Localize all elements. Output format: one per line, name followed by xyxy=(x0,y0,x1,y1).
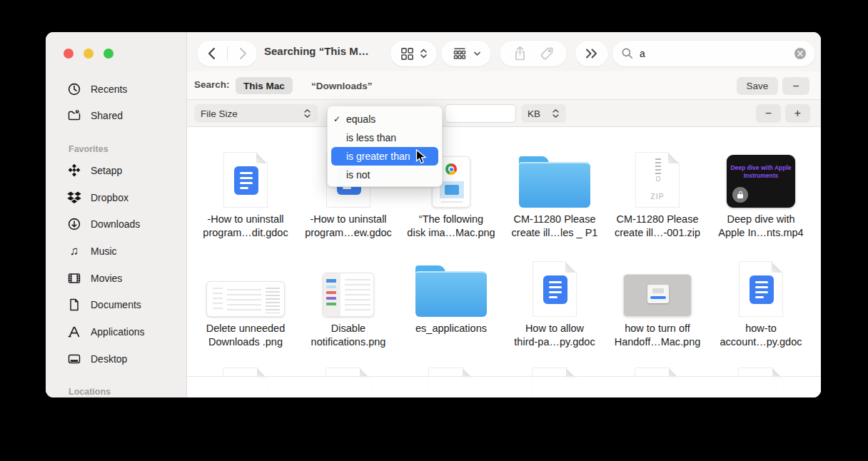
sidebar-item-shared[interactable]: Shared xyxy=(67,107,123,124)
clock-icon xyxy=(67,82,81,96)
zoom-button[interactable] xyxy=(104,49,113,59)
sidebar-item-applications[interactable]: Applications xyxy=(67,323,145,340)
sidebar-item-label: Shared xyxy=(91,110,123,121)
file-name: CM-11280 Please create ill…-001.zip xyxy=(607,213,707,240)
toolbar: Searching “This M… a xyxy=(187,32,821,71)
filter-value-input[interactable] xyxy=(445,104,516,123)
action-button-group xyxy=(500,41,567,66)
tag-icon[interactable] xyxy=(539,46,555,61)
setapp-icon xyxy=(67,163,81,178)
group-view-icon xyxy=(452,47,468,61)
file-name: Deep dive with Apple In…nts.mp4 xyxy=(711,213,811,240)
file-grid: -How to uninstall program…dit.gdoc -How … xyxy=(187,127,821,397)
sidebar-item-dropbox[interactable]: Dropbox xyxy=(67,189,128,206)
file-item[interactable]: CM-11280 Please create ill…les _ P1 xyxy=(505,146,605,240)
search-scope-bar: Search: This Mac “Downloads” Save − xyxy=(187,71,821,100)
more-toolbar-items-button[interactable] xyxy=(575,41,608,66)
menu-item-equals[interactable]: ✓ equals xyxy=(328,110,442,128)
nav-button-group xyxy=(197,41,257,66)
sidebar-item-label: Desktop xyxy=(91,353,127,365)
chevron-up-down-icon xyxy=(420,48,428,59)
share-icon[interactable] xyxy=(513,45,528,62)
bottom-edge-overlay xyxy=(187,376,821,397)
folder-icon xyxy=(415,265,487,317)
sidebar-item-setapp[interactable]: Setapp xyxy=(67,162,122,179)
file-name: -How to uninstall program…ew.gdoc xyxy=(298,213,398,240)
filter-unit-select[interactable]: KB xyxy=(521,104,566,123)
finder-window: Recents Shared Favorites Setapp Dropbox xyxy=(46,32,821,397)
screen-background: Recents Shared Favorites Setapp Dropbox xyxy=(0,0,868,461)
sidebar-item-label: Documents xyxy=(91,299,141,310)
menu-item-is-not[interactable]: is not xyxy=(328,166,442,184)
dropbox-icon xyxy=(67,191,81,205)
download-circle-icon xyxy=(67,217,81,231)
file-item[interactable]: Deep dive with Apple Instruments Deep di… xyxy=(711,146,811,240)
grid-view-icon xyxy=(400,47,414,61)
sidebar-section-locations: Locations xyxy=(69,387,111,397)
search-scope-label: Search: xyxy=(194,79,230,90)
file-name: how-to account…py.gdoc xyxy=(711,322,811,349)
view-switcher-button[interactable] xyxy=(390,41,437,66)
screenshot-gray-icon xyxy=(623,274,692,317)
file-name: Delete unneeded Downloads .png xyxy=(196,322,296,349)
file-item[interactable]: Delete unneeded Downloads .png xyxy=(196,255,296,349)
scope-this-mac[interactable]: This Mac xyxy=(236,77,293,94)
sidebar-item-movies[interactable]: Movies xyxy=(67,270,122,287)
filter-attribute-select[interactable]: File Size xyxy=(194,104,318,123)
menu-item-label: is greater than xyxy=(346,151,410,162)
sidebar-item-recents[interactable]: Recents xyxy=(67,81,127,98)
sidebar-item-desktop[interactable]: Desktop xyxy=(67,350,127,368)
search-icon xyxy=(621,47,634,60)
video-thumbnail-text: Deep dive with Apple Instruments xyxy=(727,164,795,180)
forward-button[interactable] xyxy=(233,45,251,62)
remove-filter-bar-button[interactable]: − xyxy=(782,77,809,95)
shared-folder-icon xyxy=(67,108,81,123)
menu-item-is-less-than[interactable]: is less than xyxy=(328,128,442,147)
file-name: how to turn off Handoff…Mac.png xyxy=(607,322,707,349)
mouse-cursor-icon xyxy=(415,149,428,165)
minimize-button[interactable] xyxy=(84,49,94,59)
file-item[interactable]: -How to uninstall program…dit.gdoc xyxy=(196,146,296,240)
film-icon xyxy=(67,271,81,285)
group-by-button[interactable] xyxy=(441,41,491,66)
video-thumbnail-icon: Deep dive with Apple Instruments xyxy=(727,155,795,208)
zip-icon: ZIP xyxy=(635,152,680,208)
desktop-icon xyxy=(67,352,81,366)
file-item[interactable]: es_applications xyxy=(401,255,501,335)
sidebar: Recents Shared Favorites Setapp Dropbox xyxy=(46,32,187,397)
file-name: How to allow third-pa…py.gdoc xyxy=(505,322,605,349)
file-item[interactable]: ZIP CM-11280 Please create ill…-001.zip xyxy=(607,146,707,240)
back-button[interactable] xyxy=(204,45,221,62)
file-item[interactable]: how-to account…py.gdoc xyxy=(711,255,811,349)
nav-divider xyxy=(227,46,228,61)
add-criterion-button[interactable]: + xyxy=(785,104,810,123)
file-item[interactable]: Disable notifications.png xyxy=(298,255,398,349)
filter-unit-value: KB xyxy=(528,108,540,119)
remove-criterion-button[interactable]: − xyxy=(756,104,781,123)
menu-item-label: equals xyxy=(346,113,375,125)
close-button[interactable] xyxy=(64,49,74,59)
sidebar-item-documents[interactable]: Documents xyxy=(67,296,141,313)
lock-icon xyxy=(732,187,748,203)
clear-search-icon[interactable] xyxy=(794,47,807,60)
filter-operator-menu: ✓ equals is less than is greater than is… xyxy=(327,106,443,187)
sidebar-item-music[interactable]: ♫ Music xyxy=(67,243,117,260)
search-field[interactable]: a xyxy=(612,41,815,66)
menu-item-label: is less than xyxy=(346,132,396,143)
file-name: CM-11280 Please create ill…les _ P1 xyxy=(505,213,605,240)
folder-icon xyxy=(519,156,590,208)
screenshot-settings-icon xyxy=(323,273,374,317)
gdoc-icon xyxy=(223,152,268,208)
save-search-button[interactable]: Save xyxy=(737,77,778,95)
scope-downloads[interactable]: “Downloads” xyxy=(303,77,380,94)
checkmark-icon: ✓ xyxy=(328,114,346,124)
file-name: es_applications xyxy=(401,322,501,335)
file-item[interactable]: how to turn off Handoff…Mac.png xyxy=(607,255,707,349)
file-item[interactable]: How to allow third-pa…py.gdoc xyxy=(505,255,605,349)
sidebar-section-favorites: Favorites xyxy=(69,144,108,154)
sidebar-item-label: Recents xyxy=(91,83,127,95)
menu-item-is-greater-than[interactable]: is greater than xyxy=(331,147,438,166)
sidebar-item-downloads[interactable]: Downloads xyxy=(67,216,140,233)
search-input[interactable]: a xyxy=(640,48,788,59)
file-name: Disable notifications.png xyxy=(298,322,398,349)
